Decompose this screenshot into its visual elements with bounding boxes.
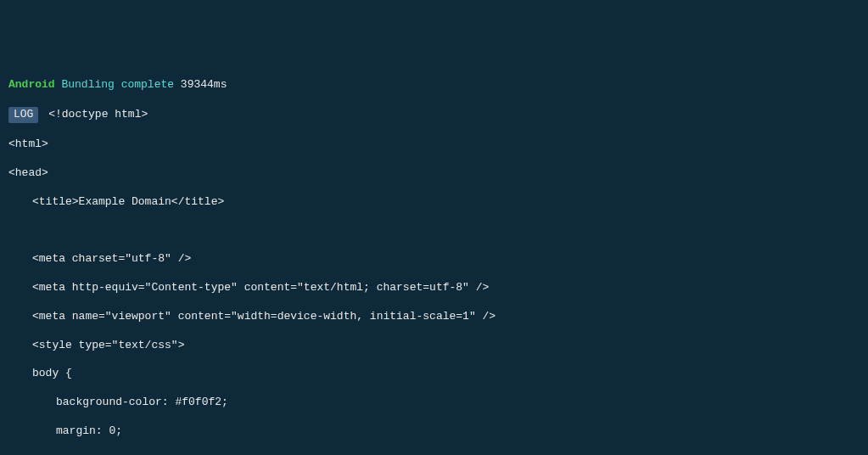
code-line: <meta name="viewport" content="width=dev… (8, 310, 860, 324)
code-line: <html> (8, 138, 860, 152)
code-line: <meta charset="utf-8" /> (8, 252, 860, 267)
bundle-status: Bundling complete (61, 78, 174, 91)
code-line: margin: 0; (8, 424, 860, 439)
code-line: background-color: #f0f0f2; (8, 396, 860, 410)
log-line-doctype: LOG <!doctype html> (8, 107, 860, 123)
log-badge: LOG (8, 107, 38, 123)
bundle-time: 39344ms (181, 78, 227, 91)
code-line: body { (8, 367, 860, 381)
code-text: <!doctype html> (48, 108, 148, 121)
bundle-status-line: Android Bundling complete 39344ms (8, 78, 860, 93)
terminal-output[interactable]: Android Bundling complete 39344ms LOG <!… (8, 65, 860, 455)
code-line: <meta http-equiv="Content-type" content=… (8, 281, 860, 295)
code-line: <style type="text/css"> (8, 339, 860, 353)
code-line: <head> (8, 166, 860, 181)
code-line: <title>Example Domain</title> (8, 195, 860, 210)
platform-label: Android (8, 78, 55, 91)
blank-line (8, 223, 860, 238)
